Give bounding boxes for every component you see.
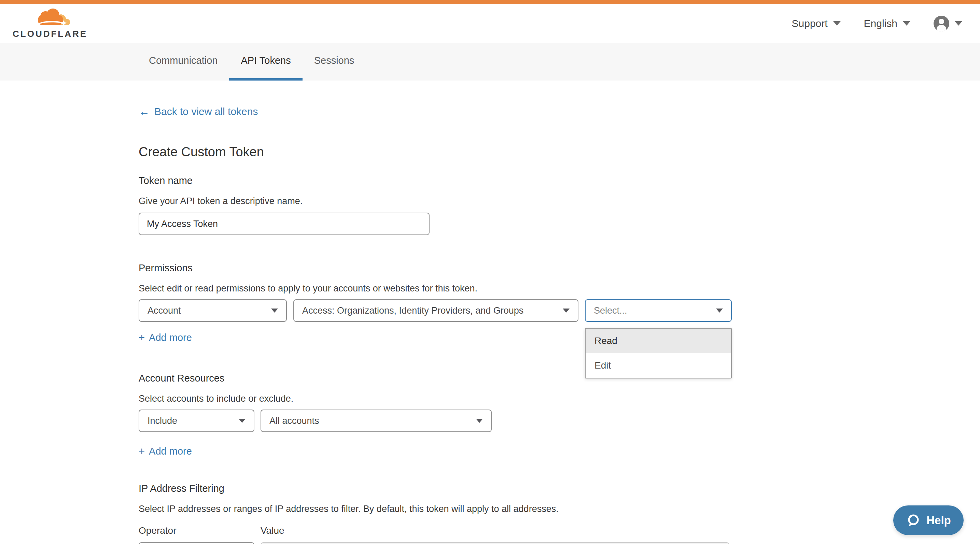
menu-option-read[interactable]: Read xyxy=(585,329,731,353)
ip-filtering-section: IP Address Filtering Select IP addresses… xyxy=(138,483,980,544)
ip-filtering-description: Select IP addresses or ranges of IP addr… xyxy=(138,504,980,514)
help-button-label: Help xyxy=(926,514,951,527)
header: CLOUDFLARE Support English xyxy=(0,4,980,43)
tab-communication[interactable]: Communication xyxy=(137,43,229,81)
permissions-select-row: Account Access: Organizations, Identity … xyxy=(138,299,980,322)
permissions-description: Select edit or read permissions to apply… xyxy=(138,283,980,294)
plus-icon: + xyxy=(138,446,145,457)
add-more-label: Add more xyxy=(149,446,192,457)
permissions-add-more-button[interactable]: + Add more xyxy=(138,332,192,343)
chevron-down-icon xyxy=(563,309,570,312)
resource-mode-value: Include xyxy=(148,416,177,426)
operator-label: Operator xyxy=(138,525,261,536)
resource-accounts-value: All accounts xyxy=(269,416,319,426)
chevron-down-icon xyxy=(903,21,910,25)
header-menus: Support English xyxy=(792,16,962,32)
account-resources-heading: Account Resources xyxy=(138,373,980,384)
back-link-label: Back to view all tokens xyxy=(154,106,258,117)
token-name-description: Give your API token a descriptive name. xyxy=(138,196,980,206)
support-label: Support xyxy=(792,18,828,29)
account-resources-description: Select accounts to include or exclude. xyxy=(138,393,980,404)
user-avatar-icon xyxy=(934,16,949,32)
language-label: English xyxy=(864,18,897,29)
token-name-input[interactable] xyxy=(138,213,430,235)
permission-access-placeholder: Select... xyxy=(594,305,627,316)
chevron-down-icon xyxy=(239,419,245,423)
permissions-section: Permissions Select edit or read permissi… xyxy=(138,262,980,343)
resource-mode-select[interactable]: Include xyxy=(138,409,255,432)
tab-bar: Communication API Tokens Sessions xyxy=(0,43,980,81)
permission-scope-select[interactable]: Account xyxy=(138,299,287,322)
chevron-down-icon xyxy=(476,419,483,423)
value-label: Value xyxy=(261,525,285,536)
operator-select[interactable]: Select... xyxy=(138,542,255,544)
cloudflare-logo[interactable]: CLOUDFLARE xyxy=(13,8,88,39)
brand-accent-bar xyxy=(0,0,980,4)
chat-bubble-icon xyxy=(906,513,921,528)
main-content: ← Back to view all tokens Create Custom … xyxy=(0,81,980,544)
left-arrow-icon: ← xyxy=(138,106,150,117)
ip-filtering-label-row: Operator Value xyxy=(138,525,980,536)
permissions-heading: Permissions xyxy=(138,262,980,274)
plus-icon: + xyxy=(138,332,145,343)
chevron-down-icon xyxy=(716,309,723,312)
menu-option-edit[interactable]: Edit xyxy=(585,353,731,378)
permission-access-select-wrap: Select... Read Edit xyxy=(585,299,732,322)
chevron-down-icon xyxy=(271,309,278,312)
back-link[interactable]: ← Back to view all tokens xyxy=(138,106,258,117)
ip-value-input[interactable] xyxy=(261,542,729,544)
ip-filtering-heading: IP Address Filtering xyxy=(138,483,980,494)
brand-wordmark: CLOUDFLARE xyxy=(13,29,88,39)
support-menu[interactable]: Support xyxy=(792,18,841,29)
ip-filtering-control-row: Select... xyxy=(138,542,980,544)
account-resources-section: Account Resources Select accounts to inc… xyxy=(138,373,980,457)
language-menu[interactable]: English xyxy=(864,18,910,29)
account-resources-select-row: Include All accounts xyxy=(138,409,980,432)
account-resources-add-more-button[interactable]: + Add more xyxy=(138,446,192,457)
access-select-menu: Read Edit xyxy=(585,328,732,379)
permission-group-select[interactable]: Access: Organizations, Identity Provider… xyxy=(293,299,578,322)
permission-scope-value: Account xyxy=(148,305,181,316)
permission-access-select[interactable]: Select... xyxy=(585,299,732,322)
tab-api-tokens[interactable]: API Tokens xyxy=(229,43,302,81)
resource-accounts-select[interactable]: All accounts xyxy=(261,409,492,432)
token-name-heading: Token name xyxy=(138,175,980,186)
cloudflare-cloud-icon xyxy=(30,8,72,28)
permission-group-value: Access: Organizations, Identity Provider… xyxy=(302,305,523,316)
account-menu[interactable] xyxy=(934,16,962,32)
chevron-down-icon xyxy=(833,21,841,25)
tab-sessions[interactable]: Sessions xyxy=(302,43,366,81)
token-name-section: Token name Give your API token a descrip… xyxy=(138,175,980,235)
help-button[interactable]: Help xyxy=(893,506,964,535)
page-title: Create Custom Token xyxy=(138,145,980,159)
chevron-down-icon xyxy=(955,21,962,25)
add-more-label: Add more xyxy=(149,332,192,343)
